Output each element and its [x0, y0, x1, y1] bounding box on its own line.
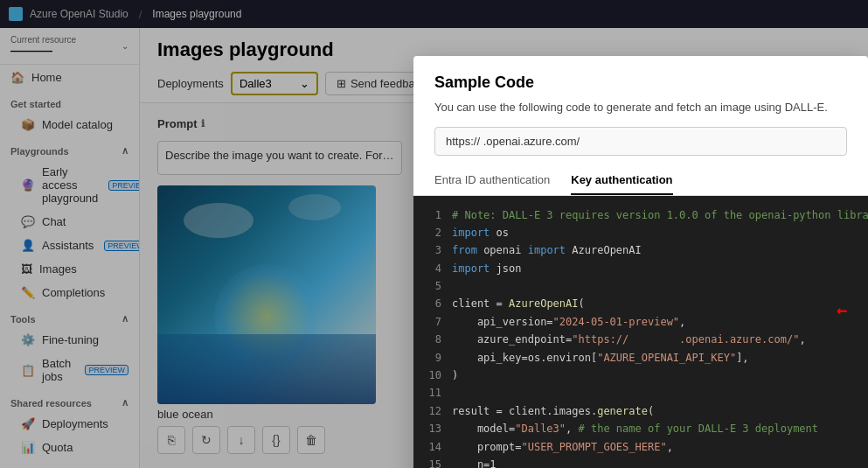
code-line: 2 import os: [427, 224, 854, 241]
modal-header: Sample Code: [413, 56, 868, 99]
code-block: 1 # Note: DALL-E 3 requires version 1.0.…: [413, 196, 868, 469]
red-arrow-icon: ←: [837, 295, 847, 325]
code-line: 8 azure_endpoint="https:// .openai.azure…: [427, 331, 854, 348]
modal-endpoint[interactable]: https:// .openai.azure.com/: [434, 127, 847, 156]
modal-tabs: Entra ID authentication Key authenticati…: [413, 166, 868, 196]
code-line: 15 n=1: [427, 456, 854, 468]
code-line: 14 prompt="USER_PROMPT_GOES_HERE",: [427, 438, 854, 456]
code-line: 3 from openai import AzureOpenAI: [427, 241, 854, 259]
code-line: 10 ): [427, 367, 854, 384]
code-line: 11: [427, 384, 854, 402]
modal-description: You can use the following code to genera…: [413, 99, 868, 127]
sample-code-modal: Sample Code You can use the following co…: [413, 56, 868, 468]
code-line: 1 # Note: DALL-E 3 requires version 1.0.…: [427, 206, 854, 224]
modal-overlay: Sample Code You can use the following co…: [0, 0, 868, 468]
code-line: 4 import json: [427, 260, 854, 277]
tab-entra-id[interactable]: Entra ID authentication: [434, 166, 550, 195]
code-line: 12 result = client.images.generate(: [427, 402, 854, 420]
code-line: 7 api_version="2024-05-01-preview",: [427, 313, 854, 331]
code-line: 5: [427, 277, 854, 295]
tab-key-auth[interactable]: Key authentication: [571, 166, 672, 195]
modal-title: Sample Code: [434, 73, 847, 92]
code-line: 6 client = AzureOpenAI( ←: [427, 295, 854, 312]
code-line: 9 api_key=os.environ["AZURE_OPENAI_API_K…: [427, 349, 854, 367]
code-line: 13 model="Dalle3", # the name of your DA…: [427, 420, 854, 437]
